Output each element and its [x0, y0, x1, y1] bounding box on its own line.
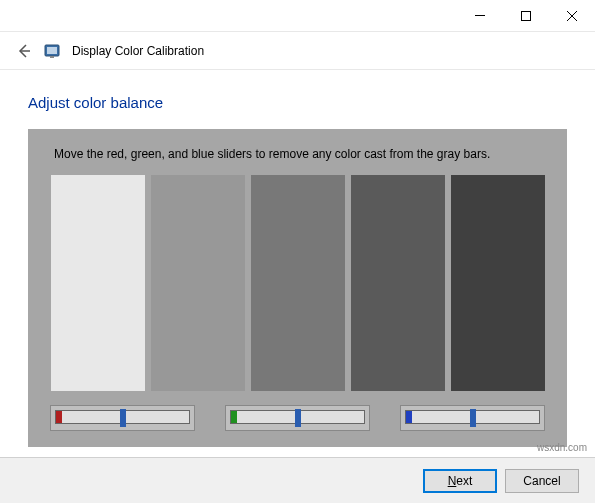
back-button[interactable] — [16, 43, 32, 59]
back-arrow-icon — [16, 43, 32, 59]
red-slider-fill — [56, 411, 62, 423]
gray-bar-3 — [251, 175, 345, 391]
svg-rect-0 — [475, 15, 485, 16]
blue-slider-thumb[interactable] — [470, 409, 476, 427]
gray-bar-4 — [351, 175, 445, 391]
close-icon — [567, 11, 577, 21]
close-button[interactable] — [549, 0, 595, 32]
calibration-panel: Move the red, green, and blue sliders to… — [28, 129, 567, 447]
watermark: wsxdn.com — [537, 442, 587, 453]
slider-row — [50, 405, 545, 431]
gray-bar-1 — [51, 175, 145, 391]
gray-bars — [50, 175, 545, 391]
blue-slider[interactable] — [400, 405, 545, 431]
cancel-button[interactable]: Cancel — [505, 469, 579, 493]
header-bar: Display Color Calibration — [0, 32, 595, 70]
gray-bar-2 — [151, 175, 245, 391]
green-slider-track — [230, 410, 365, 424]
blue-slider-track — [405, 410, 540, 424]
red-slider[interactable] — [50, 405, 195, 431]
minimize-button[interactable] — [457, 0, 503, 32]
next-button-label: ext — [456, 474, 472, 488]
app-icon — [44, 43, 60, 59]
minimize-icon — [475, 15, 485, 16]
green-slider-fill — [231, 411, 237, 423]
blue-slider-fill — [406, 411, 412, 423]
content-area: Adjust color balance Move the red, green… — [0, 70, 595, 447]
maximize-icon — [521, 11, 531, 21]
svg-rect-6 — [47, 47, 57, 54]
button-bar: Next Cancel — [0, 457, 595, 503]
green-slider-thumb[interactable] — [295, 409, 301, 427]
svg-rect-7 — [50, 56, 54, 58]
red-slider-track — [55, 410, 190, 424]
next-button[interactable]: Next — [423, 469, 497, 493]
titlebar — [0, 0, 595, 32]
page-heading: Adjust color balance — [28, 94, 567, 111]
svg-rect-1 — [522, 11, 531, 20]
red-slider-thumb[interactable] — [120, 409, 126, 427]
gray-bar-5 — [451, 175, 545, 391]
instruction-text: Move the red, green, and blue sliders to… — [50, 147, 545, 161]
window-title: Display Color Calibration — [72, 44, 204, 58]
maximize-button[interactable] — [503, 0, 549, 32]
green-slider[interactable] — [225, 405, 370, 431]
